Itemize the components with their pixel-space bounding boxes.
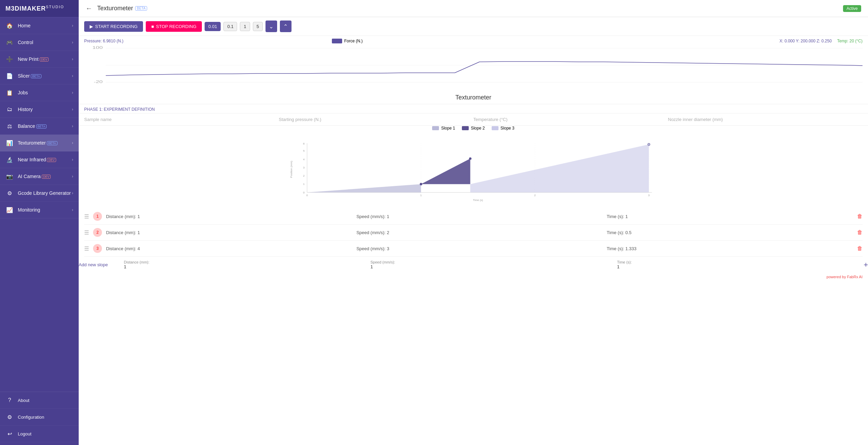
nav-chevron-gcode-library: › [72,191,73,195]
sidebar-item-monitoring[interactable]: 📈 Monitoring › [0,202,79,218]
nav-badge-slicer: BETA [31,74,41,78]
sidebar-item-new-print[interactable]: ➕ New PrintDEV › [0,51,79,68]
sidebar-item-home[interactable]: 🏠 Home › [0,17,79,34]
sidebar-bottom-item-about[interactable]: ? About [0,392,79,409]
new-slope-distance-value[interactable]: 1 [124,264,366,269]
col-temperature: Temperature (°C) [474,117,668,122]
phase-label: PHASE 1: EXPERIMENT DEFINITION [79,104,868,113]
slope-drag-handle-3[interactable]: ☰ [84,245,89,252]
add-new-slope-row: Add new slope Distance (mm): 1 Speed (mm… [79,257,868,273]
chart-info-bar: Pressure: 6.9810 (N.) Force (N.) X: 0.00… [84,39,863,43]
nav-label-monitoring: Monitoring [18,207,72,213]
slope-delete-button-3[interactable]: 🗑 [857,245,863,252]
nav-chevron-new-print: › [72,57,73,62]
nav-chevron-balance: › [72,124,73,129]
start-recording-button[interactable]: ▶ START RECORDING [84,21,143,32]
page-badge: BETA [135,6,147,11]
section-title: Texturometer [79,89,868,104]
svg-marker-23 [307,184,421,192]
interval-0.1[interactable]: 0.1 [223,22,237,31]
slope-speed-2: Speed (mm/s): 2 [357,230,603,235]
nav-label-slicer: SlicerBETA [18,73,72,79]
nav-badge-new-print: DEV [40,57,49,62]
nav-label-ai-camera: AI CameraDEV [18,174,72,179]
live-chart-svg: 100 -20 [84,45,863,86]
svg-point-28 [469,157,471,160]
scroll-up-button[interactable]: ⌃ [280,21,292,32]
sidebar-item-near-infrared[interactable]: 🔬 Near InfraredDEV › [0,151,79,168]
live-chart-container: Pressure: 6.9810 (N.) Force (N.) X: 0.00… [79,36,868,89]
chart-coordinates: X: 0.000 Y: 200.000 Z: 0.250 [779,39,832,43]
legend-item-1: Slope 2 [462,126,485,131]
add-slope-button[interactable]: + [864,260,868,269]
footer-brand: powered by FabRx AI [79,273,868,281]
interval-5[interactable]: 5 [253,22,263,31]
force-legend: Force (N.) [332,39,363,43]
svg-text:2: 2 [534,194,536,197]
app-subtitle: STUDIO [46,5,64,9]
nav-badge-ai-camera: DEV [42,175,51,179]
svg-text:Time (s): Time (s) [473,199,483,202]
add-new-slope-link[interactable]: Add new slope [79,262,120,267]
sidebar-item-jobs[interactable]: 📋 Jobs › [0,84,79,101]
slope-delete-button-1[interactable]: 🗑 [857,213,863,219]
sidebar-bottom: ? About ⚙ Configuration ↩ Logout [0,392,79,445]
nav-label-jobs: Jobs [18,90,72,95]
slope-time-2: Time (s): 0.5 [607,230,853,235]
slope-drag-handle-2[interactable]: ☰ [84,229,89,236]
stop-recording-button[interactable]: ■ STOP RECORDING [146,21,202,32]
svg-text:2: 2 [303,174,305,177]
interval-0.01[interactable]: 0.01 [205,22,221,31]
slope-speed-3: Speed (mm/s): 3 [357,246,603,251]
svg-point-27 [648,143,650,146]
live-chart: 100 -20 [84,45,863,86]
nav-icon-ai-camera: 📷 [5,172,14,180]
sidebar-nav: 🏠 Home › 🎮 Control › ➕ New PrintDEV › 📄 … [0,17,79,392]
slope-time-1: Time (s): 1 [607,214,853,219]
sidebar-item-ai-camera[interactable]: 📷 AI CameraDEV › [0,168,79,185]
bottom-label-about: About [18,398,73,403]
nav-icon-texturometer: 📊 [5,139,14,147]
sidebar-item-history[interactable]: 🗂 History › [0,101,79,118]
nav-label-near-infrared: Near InfraredDEV [18,157,72,162]
svg-text:100: 100 [92,46,103,50]
bottom-icon-about: ? [5,396,14,404]
slope-drag-handle-1[interactable]: ☰ [84,213,89,220]
new-slope-distance-label: Distance (mm): [124,260,366,264]
sidebar-item-balance[interactable]: ⚖ BalanceBETA › [0,118,79,135]
new-slope-speed-group: Speed (mm/s): 1 [371,260,613,269]
slope-delete-button-2[interactable]: 🗑 [857,229,863,235]
slope-distance-1: Distance (mm): 1 [106,214,352,219]
bottom-icon-configuration: ⚙ [5,413,14,421]
interval-1[interactable]: 1 [240,22,250,31]
brand-name: FabRx AI [847,275,863,279]
sidebar-bottom-item-configuration[interactable]: ⚙ Configuration [0,409,79,426]
scroll-down-button[interactable]: ⌄ [265,21,277,32]
svg-marker-24 [421,159,470,184]
svg-marker-25 [470,145,649,192]
stop-icon: ■ [151,24,154,29]
back-button[interactable]: ← [86,4,92,12]
sidebar-item-slicer[interactable]: 📄 SlicerBETA › [0,68,79,84]
sidebar-item-gcode-library[interactable]: ⚙ Gcode Library Generator › [0,185,79,202]
nav-badge-near-infrared: DEV [47,158,56,162]
new-slope-distance-group: Distance (mm): 1 [124,260,366,269]
nav-icon-near-infrared: 🔬 [5,156,14,164]
svg-text:0: 0 [306,194,308,197]
sidebar-item-control[interactable]: 🎮 Control › [0,34,79,51]
new-slope-speed-value[interactable]: 1 [371,264,613,269]
sidebar-item-texturometer[interactable]: 📊 TexturometerBETA › [0,135,79,151]
nav-label-new-print: New PrintDEV [18,56,72,62]
sidebar-bottom-item-logout[interactable]: ↩ Logout [0,426,79,442]
svg-text:3: 3 [303,166,305,169]
nav-label-control: Control [18,40,72,45]
nav-chevron-ai-camera: › [72,174,73,179]
legend-label-2: Slope 3 [501,126,515,131]
nav-badge-balance: BETA [36,124,47,129]
nav-icon-slicer: 📄 [5,72,14,80]
svg-text:5: 5 [303,149,305,152]
nav-icon-jobs: 📋 [5,89,14,97]
new-slope-time-value[interactable]: 1 [617,264,859,269]
legend-label-1: Slope 2 [471,126,485,131]
chart-toolbar: ▶ START RECORDING ■ STOP RECORDING 0.01 … [79,17,868,36]
